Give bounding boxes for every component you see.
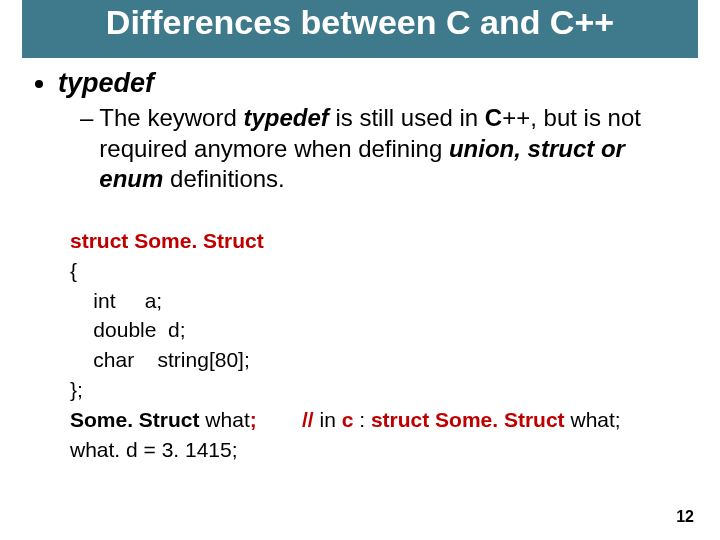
dash-icon: – — [80, 103, 93, 134]
sub-bullet-container: – The keyword typedef is still used in C… — [62, 103, 690, 195]
desc-p2: is still used in — [329, 104, 485, 131]
type-name: Some. Struct — [128, 229, 263, 252]
code-line-4: double d; — [70, 315, 264, 345]
comment-colon: : — [353, 408, 371, 431]
body-content: typedef – The keyword typedef is still u… — [36, 68, 690, 203]
slide: Differences between C and C++ typedef – … — [0, 0, 720, 540]
var-type: Some. Struct — [70, 408, 200, 431]
code-line-1: struct Some. Struct — [70, 226, 264, 256]
sub-bullet: – The keyword typedef is still used in C… — [80, 103, 690, 195]
bullet-list: typedef – The keyword typedef is still u… — [36, 68, 690, 195]
kw-struct: struct — [70, 229, 128, 252]
bullet-typedef: typedef – The keyword typedef is still u… — [58, 68, 690, 195]
comment-struct: struct Some. Struct — [371, 408, 565, 431]
code-line-8: what. d = 3. 1415; — [70, 435, 264, 465]
desc-kw-typedef: typedef — [243, 104, 328, 131]
inline-comment: // in c : struct Some. Struct what; — [302, 405, 621, 435]
desc-p1: The keyword — [99, 104, 243, 131]
page-number: 12 — [676, 508, 694, 526]
code-line-7: Some. Struct what;// in c : struct Some.… — [70, 405, 264, 435]
slide-title: Differences between C and C++ — [106, 4, 614, 41]
sub-bullet-text: The keyword typedef is still used in C++… — [99, 103, 690, 195]
code-block: struct Some. Struct { int a; double d; c… — [70, 226, 264, 465]
code-line-2: { — [70, 256, 264, 286]
bullet-label: typedef — [58, 68, 154, 98]
code-line-6: }; — [70, 375, 264, 405]
comment-in: in — [320, 408, 342, 431]
semicolon: ; — [250, 408, 257, 431]
desc-p4: definitions. — [163, 165, 284, 192]
title-band: Differences between C and C++ — [22, 0, 698, 58]
comment-slash: // — [302, 408, 320, 431]
var-name: what — [200, 408, 250, 431]
code-line-3: int a; — [70, 286, 264, 316]
comment-tail: what; — [565, 408, 621, 431]
comment-c: c — [342, 408, 354, 431]
desc-kw-c: C — [485, 104, 502, 131]
code-line-5: char string[80]; — [70, 345, 264, 375]
